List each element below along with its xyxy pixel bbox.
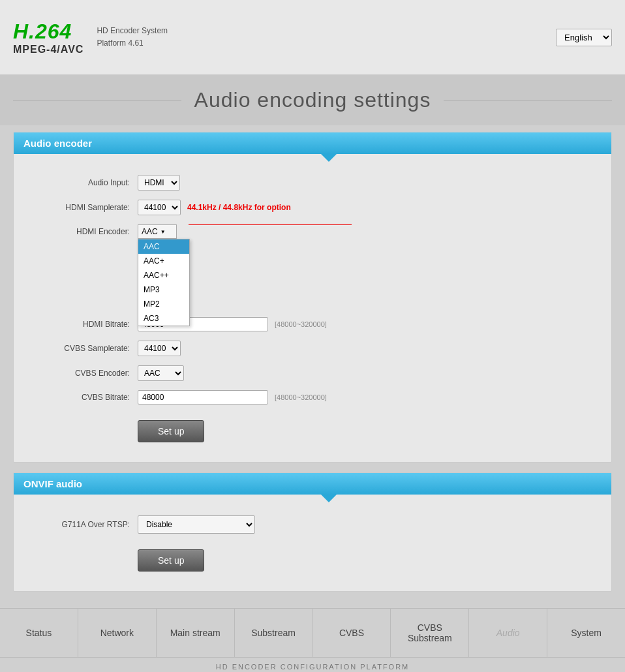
header: H.264 MPEG-4/AVC HD Encoder System Platf… — [0, 0, 625, 75]
cvbs-bitrate-control: [48000~320000] — [138, 390, 327, 405]
nav-substream[interactable]: Substream — [235, 609, 313, 657]
onvif-audio-header: ONVIF audio — [14, 473, 611, 495]
audio-input-select[interactable]: HDMI CVBS SDI — [138, 175, 180, 191]
subtitle-line2: Platform 4.61 — [97, 37, 168, 50]
cvbs-samplerate-control: 44100 48000 32000 — [138, 341, 181, 356]
cvbs-bitrate-hint: [48000~320000] — [275, 393, 327, 401]
nav-system[interactable]: System — [547, 609, 625, 657]
cvbs-samplerate-label: CVBS Samplerate: — [33, 344, 138, 353]
g711a-select[interactable]: Disable Enable — [138, 515, 255, 534]
cvbs-samplerate-select[interactable]: 44100 48000 32000 — [138, 341, 181, 356]
onvif-audio-panel: ONVIF audio G711A Over RTSP: Disable Ena… — [13, 472, 612, 592]
audio-encoder-title: Audio encoder — [23, 138, 92, 149]
samplerate-hint: 44.1kHz / 44.8kHz for option — [187, 203, 291, 212]
nav-cvbs[interactable]: CVBS — [313, 609, 391, 657]
hdmi-encoder-display[interactable]: AAC ▼ — [138, 224, 177, 239]
audio-encoder-setup-button[interactable]: Set up — [138, 420, 204, 442]
dropdown-item-mp2[interactable]: MP2 — [138, 297, 189, 311]
onvif-setup-area: Set up — [138, 543, 592, 572]
dropdown-item-aacplus[interactable]: AAC+ — [138, 254, 189, 268]
hdmi-encoder-dropdown[interactable]: AAC ▼ AAC AAC+ AAC++ MP3 MP2 AC3 — [138, 224, 177, 239]
nav-status[interactable]: Status — [0, 609, 78, 657]
dropdown-arrow: ▼ — [160, 229, 173, 235]
hdmi-samplerate-select[interactable]: 44100 48000 32000 — [138, 200, 181, 215]
footer-text: HD ENCODER CONFIGURATION PLATFORM — [216, 663, 410, 671]
nav-audio[interactable]: Audio — [469, 609, 547, 657]
cvbs-encoder-select[interactable]: AAC AAC+ AAC++ MP3 MP2 AC3 — [138, 365, 184, 381]
logo-mpeg: MPEG-4/AVC — [13, 44, 84, 55]
cvbs-bitrate-input[interactable] — [138, 390, 268, 405]
logo-h264: H.264 — [13, 20, 84, 44]
hdmi-encoder-row: HDMI Encoder: AAC ▼ AAC AAC+ AAC++ MP3 — [33, 224, 592, 239]
onvif-audio-body: G711A Over RTSP: Disable Enable Set up — [14, 502, 611, 591]
onvif-audio-title: ONVIF audio — [23, 478, 82, 489]
hdmi-bitrate-row: HDMI Bitrate: [48000~320000] — [33, 317, 592, 331]
page-title: Audio encoding settings — [0, 75, 625, 125]
encoder-divider — [189, 224, 352, 225]
g711a-row: G711A Over RTSP: Disable Enable — [33, 515, 592, 534]
cvbs-encoder-row: CVBS Encoder: AAC AAC+ AAC++ MP3 MP2 AC3 — [33, 365, 592, 381]
hdmi-encoder-control: AAC ▼ AAC AAC+ AAC++ MP3 MP2 AC3 — [138, 224, 352, 239]
audio-encoder-header: Audio encoder — [14, 132, 611, 154]
audio-input-control: HDMI CVBS SDI — [138, 175, 180, 191]
audio-input-row: Audio Input: HDMI CVBS SDI — [33, 175, 592, 191]
cvbs-bitrate-row: CVBS Bitrate: [48000~320000] — [33, 390, 592, 405]
cvbs-encoder-label: CVBS Encoder: — [33, 369, 138, 378]
dropdown-item-aacplusplus[interactable]: AAC++ — [138, 268, 189, 283]
hdmi-bitrate-hint: [48000~320000] — [275, 320, 327, 328]
hdmi-samplerate-row: HDMI Samplerate: 44100 48000 32000 44.1k… — [33, 200, 592, 215]
g711a-control: Disable Enable — [138, 515, 255, 534]
hdmi-encoder-value: AAC — [142, 227, 158, 236]
dropdown-item-mp3[interactable]: MP3 — [138, 283, 189, 297]
audio-encoder-setup-area: Set up — [138, 414, 592, 442]
bottom-nav: Status Network Main stream Substream CVB… — [0, 608, 625, 657]
onvif-setup-button[interactable]: Set up — [138, 549, 204, 572]
cvbs-samplerate-row: CVBS Samplerate: 44100 48000 32000 — [33, 341, 592, 356]
onvif-triangle — [321, 495, 337, 502]
hdmi-encoder-list: AAC AAC+ AAC++ MP3 MP2 AC3 — [138, 239, 190, 326]
audio-input-label: Audio Input: — [33, 178, 138, 187]
cvbs-encoder-control: AAC AAC+ AAC++ MP3 MP2 AC3 — [138, 365, 184, 381]
hdmi-samplerate-label: HDMI Samplerate: — [33, 203, 138, 212]
audio-encoder-panel: Audio encoder Audio Input: HDMI CVBS SDI… — [13, 132, 612, 463]
footer: HD ENCODER CONFIGURATION PLATFORM — [0, 657, 625, 672]
content: Audio encoder Audio Input: HDMI CVBS SDI… — [0, 125, 625, 608]
subtitle-line1: HD Encoder System — [97, 25, 168, 37]
hdmi-bitrate-label: HDMI Bitrate: — [33, 320, 138, 329]
header-left: H.264 MPEG-4/AVC HD Encoder System Platf… — [13, 20, 168, 55]
audio-encoder-body: Audio Input: HDMI CVBS SDI HDMI Samplera… — [14, 162, 611, 462]
logo-area: H.264 MPEG-4/AVC — [13, 20, 84, 55]
dropdown-item-ac3[interactable]: AC3 — [138, 311, 189, 326]
nav-main-stream[interactable]: Main stream — [157, 609, 235, 657]
nav-network[interactable]: Network — [78, 609, 157, 657]
section-triangle — [321, 154, 337, 162]
cvbs-bitrate-label: CVBS Bitrate: — [33, 393, 138, 402]
dropdown-item-aac[interactable]: AAC — [138, 239, 189, 254]
hdmi-samplerate-control: 44100 48000 32000 44.1kHz / 44.8kHz for … — [138, 200, 291, 215]
hdmi-encoder-label: HDMI Encoder: — [33, 227, 138, 236]
logo-subtitle: HD Encoder System Platform 4.61 — [97, 25, 168, 50]
nav-cvbs-substream[interactable]: CVBS Substream — [391, 609, 469, 657]
language-select[interactable]: English Chinese — [556, 29, 612, 46]
g711a-label: G711A Over RTSP: — [33, 520, 138, 529]
